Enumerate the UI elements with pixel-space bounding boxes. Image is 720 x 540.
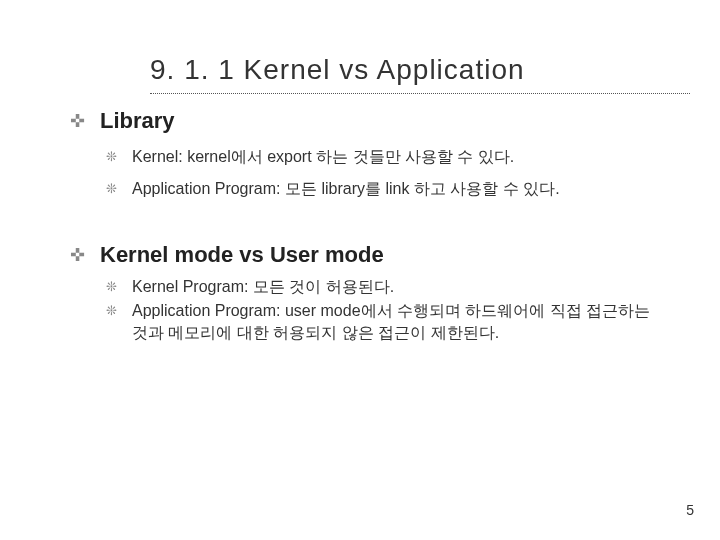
section-heading: ✜ Library: [70, 106, 660, 136]
section-heading-text: Kernel mode vs User mode: [100, 240, 384, 270]
list-item-text: Application Program: user mode에서 수행되며 하드…: [132, 300, 660, 344]
slide-title: 9. 1. 1 Kernel vs Application: [150, 54, 680, 86]
list-item: ❊ Kernel: kernel에서 export 하는 것들만 사용할 수 있…: [106, 146, 660, 168]
list-item-text: Kernel: kernel에서 export 하는 것들만 사용할 수 있다.: [132, 146, 514, 168]
spacer: [70, 210, 660, 240]
page-number: 5: [686, 502, 694, 518]
list-item: ❊ Kernel Program: 모든 것이 허용된다.: [106, 276, 660, 298]
title-rule: [150, 93, 690, 94]
plus-bullet-icon: ✜: [70, 106, 100, 136]
slide-body: ✜ Library ❊ Kernel: kernel에서 export 하는 것…: [70, 106, 660, 354]
slide: 9. 1. 1 Kernel vs Application ✜ Library …: [0, 0, 720, 540]
list-item: ❊ Application Program: user mode에서 수행되며 …: [106, 300, 660, 344]
list-item-text: Kernel Program: 모든 것이 허용된다.: [132, 276, 394, 298]
asterisk-bullet-icon: ❊: [106, 300, 132, 322]
asterisk-bullet-icon: ❊: [106, 146, 132, 168]
asterisk-bullet-icon: ❊: [106, 178, 132, 200]
asterisk-bullet-icon: ❊: [106, 276, 132, 298]
plus-bullet-icon: ✜: [70, 240, 100, 270]
list-item-text: Application Program: 모든 library를 link 하고…: [132, 178, 560, 200]
section-heading-text: Library: [100, 106, 175, 136]
list-item: ❊ Application Program: 모든 library를 link …: [106, 178, 660, 200]
section-heading: ✜ Kernel mode vs User mode: [70, 240, 660, 270]
